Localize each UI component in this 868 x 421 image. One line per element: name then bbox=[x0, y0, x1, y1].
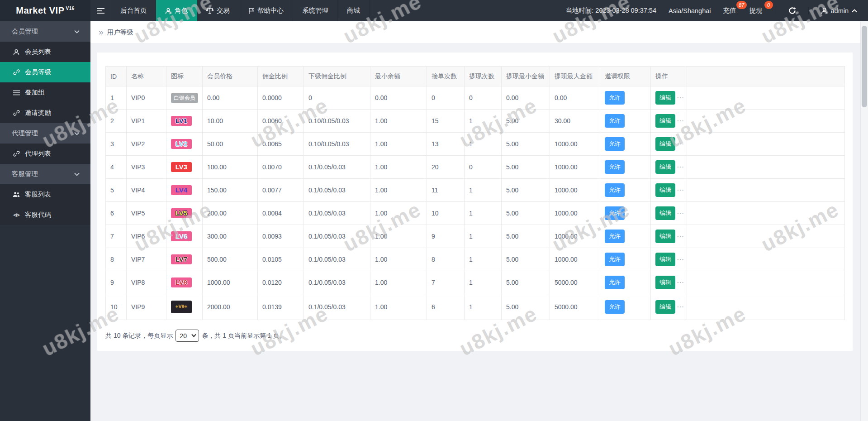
allow-button[interactable]: 允许 bbox=[605, 91, 625, 105]
cell-empty bbox=[687, 271, 845, 294]
nav-tab-mall[interactable]: 商城 bbox=[338, 0, 370, 21]
user-menu[interactable]: admin bbox=[808, 7, 858, 14]
allow-button[interactable]: 允许 bbox=[605, 253, 625, 266]
level-badge: LV3 bbox=[171, 162, 192, 172]
sidebar-group-service[interactable]: 客服管理 bbox=[0, 164, 90, 184]
sidebar-item-member-level[interactable]: 会员等级 bbox=[0, 62, 90, 82]
more-actions-dots[interactable]: ··· bbox=[677, 117, 684, 124]
pagination-summary: 共 10 条记录，每页显示 bbox=[105, 332, 173, 340]
cell-sub-commission: 0.1/0.05/0.03 bbox=[304, 225, 370, 248]
nav-tab-help[interactable]: 帮助中心 bbox=[239, 0, 293, 21]
refresh-button[interactable] bbox=[776, 7, 796, 14]
edit-button[interactable]: 编辑 bbox=[655, 230, 675, 243]
cell-sub-commission: 0.1/0.05/0.03 bbox=[304, 248, 370, 271]
edit-button[interactable]: 编辑 bbox=[655, 114, 675, 128]
cell-invite-permission: 允许 bbox=[600, 294, 651, 320]
cell-withdraw-min: 5.00 bbox=[502, 110, 550, 133]
nav-tab-dashboard[interactable]: 后台首页 bbox=[111, 0, 156, 21]
cell-id: 3 bbox=[106, 133, 127, 156]
sidebar-item-label: 代理列表 bbox=[25, 149, 51, 158]
allow-button[interactable]: 允许 bbox=[605, 114, 625, 128]
edit-button[interactable]: 编辑 bbox=[655, 206, 675, 220]
cell-price: 500.00 bbox=[203, 248, 258, 271]
pagination-pages-text: 条，共 1 页当前显示第 1 页。 bbox=[202, 332, 285, 340]
cell-empty bbox=[687, 86, 845, 110]
cell-sub-commission: 0.10/0.05/0.03 bbox=[304, 110, 370, 133]
flag-icon bbox=[248, 8, 254, 14]
cell-withdraw-max: 5000.00 bbox=[550, 271, 600, 294]
pagination: 共 10 条记录，每页显示 20 条，共 1 页当前显示第 1 页。 bbox=[105, 330, 844, 342]
local-time-label: 当地时间: 2023-03-28 09:37:54 bbox=[565, 6, 656, 15]
nav-tab-trade[interactable]: 交易 bbox=[197, 0, 239, 21]
more-actions-dots[interactable]: ··· bbox=[677, 210, 684, 216]
cell-withdraw-times: 1 bbox=[465, 133, 502, 156]
list-icon bbox=[13, 90, 20, 96]
nav-tab-system[interactable]: 系统管理 bbox=[293, 0, 338, 21]
edit-button[interactable]: 编辑 bbox=[655, 183, 675, 197]
allow-button[interactable]: 允许 bbox=[605, 230, 625, 243]
cell-withdraw-times: 1 bbox=[465, 271, 502, 294]
sidebar-item-invite-reward[interactable]: 邀请奖励 bbox=[0, 103, 90, 123]
withdraw-count-badge: 0 bbox=[764, 1, 773, 9]
edit-button[interactable]: 编辑 bbox=[655, 137, 675, 151]
sidebar-toggle-button[interactable] bbox=[90, 0, 111, 21]
edit-button[interactable]: 编辑 bbox=[655, 300, 675, 314]
cell-name: VIP3 bbox=[127, 156, 166, 179]
allow-button[interactable]: 允许 bbox=[605, 276, 625, 289]
nav-tab-label: 后台首页 bbox=[120, 6, 147, 15]
cell-price: 50.00 bbox=[203, 133, 258, 156]
column-header-4: 佣金比例 bbox=[258, 67, 304, 86]
nav-tab-roles[interactable]: 角色 bbox=[156, 0, 197, 21]
sidebar-item-service-list[interactable]: 客服列表 bbox=[0, 184, 90, 205]
more-actions-dots[interactable]: ··· bbox=[677, 187, 684, 193]
allow-button[interactable]: 允许 bbox=[605, 160, 625, 174]
table-row: 7VIP6LV6300.000.00930.1/0.05/0.031.00915… bbox=[106, 225, 845, 248]
cell-sub-commission: 0.1/0.05/0.03 bbox=[304, 202, 370, 225]
allow-button[interactable]: 允许 bbox=[605, 206, 625, 220]
cell-empty bbox=[687, 225, 845, 248]
cell-actions: 编辑··· bbox=[651, 225, 687, 248]
cell-withdraw-min: 5.00 bbox=[502, 248, 550, 271]
recharge-button[interactable]: 充值 87 bbox=[723, 6, 737, 15]
more-actions-dots[interactable]: ··· bbox=[677, 303, 684, 310]
app-logo: Market VIPV16 bbox=[0, 0, 90, 21]
allow-button[interactable]: 允许 bbox=[605, 300, 625, 314]
column-header-6: 最小余额 bbox=[370, 67, 427, 86]
edit-button[interactable]: 编辑 bbox=[655, 253, 675, 266]
cell-invite-permission: 允许 bbox=[600, 248, 651, 271]
more-actions-dots[interactable]: ··· bbox=[677, 163, 684, 170]
withdraw-label: 提现 bbox=[749, 7, 763, 14]
scrollbar-thumb[interactable] bbox=[862, 26, 867, 107]
cell-orders: 15 bbox=[427, 110, 465, 133]
cell-icon: LV8 bbox=[166, 271, 203, 294]
sidebar-item-member-list[interactable]: 会员列表 bbox=[0, 42, 90, 62]
cell-orders: 13 bbox=[427, 133, 465, 156]
cell-name: VIP1 bbox=[127, 110, 166, 133]
edit-button[interactable]: 编辑 bbox=[655, 91, 675, 105]
sidebar-item-agent-list[interactable]: 代理列表 bbox=[0, 144, 90, 164]
sidebar-item-service-code[interactable]: </>客服代码 bbox=[0, 205, 90, 225]
page-size-select[interactable]: 20 bbox=[175, 330, 199, 342]
person-icon bbox=[13, 49, 20, 55]
sidebar-item-stack-group[interactable]: 叠加组 bbox=[0, 82, 90, 103]
sidebar-group-agent[interactable]: 代理管理 bbox=[0, 123, 90, 144]
level-badge: LV4 bbox=[171, 185, 192, 196]
more-actions-dots[interactable]: ··· bbox=[677, 233, 684, 239]
edit-button[interactable]: 编辑 bbox=[655, 160, 675, 174]
cell-price: 300.00 bbox=[203, 225, 258, 248]
more-actions-dots[interactable]: ··· bbox=[677, 140, 684, 147]
more-actions-dots[interactable]: ··· bbox=[677, 279, 684, 286]
sidebar-group-member[interactable]: 会员管理 bbox=[0, 21, 90, 42]
allow-button[interactable]: 允许 bbox=[605, 183, 625, 197]
cell-empty bbox=[687, 156, 845, 179]
more-actions-dots[interactable]: ··· bbox=[677, 256, 684, 263]
edit-button[interactable]: 编辑 bbox=[655, 276, 675, 289]
user-icon bbox=[821, 7, 828, 14]
vertical-scrollbar[interactable] bbox=[860, 21, 868, 421]
more-actions-dots[interactable]: ··· bbox=[677, 94, 684, 101]
allow-button[interactable]: 允许 bbox=[605, 137, 625, 151]
sidebar-item-label: 会员列表 bbox=[25, 48, 51, 56]
column-header-12: 操作 bbox=[651, 67, 687, 86]
withdraw-button[interactable]: 提现 0 bbox=[749, 6, 764, 15]
cell-withdraw-max: 1000.00 bbox=[550, 179, 600, 202]
